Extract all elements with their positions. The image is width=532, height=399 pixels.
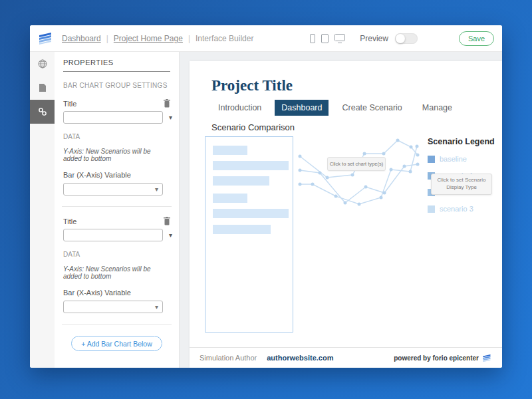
placeholder-bar (213, 194, 247, 203)
bar-chart-placeholder[interactable] (205, 136, 293, 332)
bar-variable-select[interactable]: ▾ (63, 301, 163, 313)
bar-variable-label: Bar (X-Axis) Variable (63, 289, 170, 297)
legend-label: baseline (440, 155, 467, 163)
panel-divider (62, 324, 172, 325)
bar-chart-group-1: BAR CHART GROUP SETTINGS Title ▾ (63, 82, 170, 196)
builder-canvas: Project Title Introduction Dashboard Cre… (180, 52, 502, 368)
placeholder-bar (213, 146, 247, 155)
page-footer: Simulation Author authorwebsite.com powe… (190, 347, 502, 368)
collapse-caret-icon[interactable]: ▾ (169, 231, 172, 239)
breadcrumb-current-interface-builder: Interface Builder (196, 34, 253, 43)
placeholder-bar (213, 209, 289, 218)
placeholder-bar (213, 225, 271, 234)
data-label: DATA (63, 251, 170, 258)
top-bar: Dashboard | Project Home Page | Interfac… (30, 25, 502, 52)
title-input[interactable] (63, 229, 163, 241)
toggle-knob (396, 34, 405, 43)
tab-dashboard[interactable]: Dashboard (275, 100, 329, 116)
bar-variable-select[interactable]: ▾ (63, 183, 163, 196)
tablet-icon[interactable] (321, 34, 329, 43)
properties-header: PROPERTIES (63, 59, 170, 72)
preview-label: Preview (360, 34, 388, 43)
tab-manage[interactable]: Manage (416, 100, 459, 116)
bar-chart-group-2: Title ▾ DATA Y-Axis: New Scenarios will … (63, 217, 170, 313)
page-icon (39, 83, 47, 92)
title-input[interactable] (63, 111, 163, 124)
bar-variable-label: Bar (X-Axis) Variable (63, 171, 170, 179)
legend-item-scenario-3: scenario 3 (428, 205, 497, 213)
phone-icon[interactable] (310, 34, 315, 43)
breadcrumb-link-dashboard[interactable]: Dashboard (62, 34, 101, 43)
rail-item-globe[interactable] (30, 52, 55, 76)
topbar-right: Preview Save (310, 31, 494, 46)
page-tabs: Introduction Dashboard Create Scenario M… (211, 100, 459, 116)
breadcrumb: Dashboard | Project Home Page | Interfac… (62, 34, 253, 43)
rail-item-page[interactable] (30, 76, 55, 100)
legend-swatch-icon (428, 156, 435, 163)
delete-chart-button[interactable] (164, 217, 170, 225)
delete-chart-button[interactable] (164, 99, 170, 108)
preview-toggle[interactable] (395, 33, 418, 44)
add-bar-chart-button[interactable]: + Add Bar Chart Below (71, 336, 162, 351)
tab-introduction[interactable]: Introduction (211, 100, 268, 116)
simulation-author-label: Simulation Author (200, 354, 257, 362)
author-website-link[interactable]: authorwebsite.com (267, 354, 333, 362)
legend-item-baseline: baseline (428, 155, 497, 163)
set-chart-type-button[interactable]: Click to set chart type(s) (327, 157, 386, 171)
placeholder-bar (213, 161, 289, 170)
save-button[interactable]: Save (459, 31, 494, 46)
forio-logo-icon (38, 32, 54, 45)
legend-title: Scenario Legend (428, 137, 497, 146)
app-window: Dashboard | Project Home Page | Interfac… (30, 25, 502, 368)
line-chart-sketch (296, 130, 429, 216)
powered-by-label: powered by forio epicenter (394, 354, 479, 362)
trash-icon (164, 99, 170, 108)
breadcrumb-separator: | (106, 34, 108, 43)
preview-page: Project Title Introduction Dashboard Cre… (190, 61, 502, 368)
page-title: Project Title (211, 77, 293, 94)
breadcrumb-link-project-home[interactable]: Project Home Page (114, 34, 183, 43)
trash-icon (164, 217, 170, 225)
link-icon (38, 107, 47, 116)
title-label: Title (63, 217, 76, 225)
left-icon-rail (30, 52, 55, 368)
powered-by: powered by forio epicenter (394, 354, 492, 362)
epicenter-logo-icon (482, 354, 492, 362)
chevron-down-icon: ▾ (155, 303, 158, 311)
group-settings-label: BAR CHART GROUP SETTINGS (63, 82, 170, 89)
properties-panel: PROPERTIES BAR CHART GROUP SETTINGS Titl… (55, 52, 180, 368)
title-label: Title (63, 100, 76, 108)
placeholder-bar (213, 176, 269, 186)
breadcrumb-separator: | (188, 34, 190, 43)
data-label: DATA (63, 133, 170, 140)
body-row: PROPERTIES BAR CHART GROUP SETTINGS Titl… (30, 52, 502, 368)
set-scenario-display-type-button[interactable]: Click to set Scenario Display Type (431, 174, 492, 195)
collapse-caret-icon[interactable]: ▾ (169, 114, 172, 121)
yaxis-note: Y-Axis: New Scenarios will be added to b… (63, 148, 170, 162)
legend-label: scenario 3 (440, 205, 473, 213)
device-preview-group (310, 34, 345, 43)
globe-icon (38, 59, 47, 68)
scenario-comparison-title: Scenario Comparison (211, 122, 295, 132)
tab-create-scenario[interactable]: Create Scenario (335, 100, 408, 116)
panel-divider (62, 206, 172, 207)
legend-swatch-icon (428, 205, 435, 213)
yaxis-note: Y-Axis: New Scenarios will be added to b… (63, 265, 170, 280)
chevron-down-icon: ▾ (155, 186, 158, 193)
rail-item-link[interactable] (30, 100, 55, 124)
desktop-icon[interactable] (334, 34, 345, 43)
